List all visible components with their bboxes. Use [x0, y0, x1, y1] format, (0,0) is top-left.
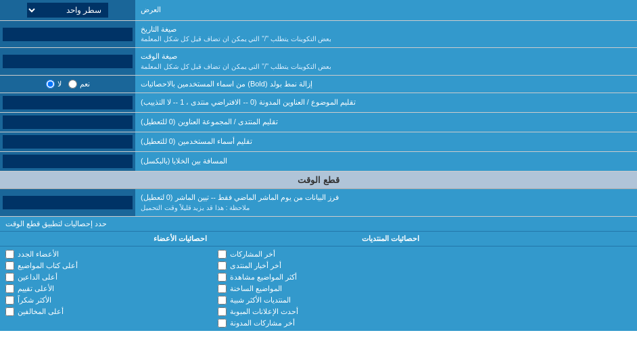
checkbox-popular-forums[interactable] [218, 296, 227, 305]
bold-remove-row: إزالة نمط بولد (Bold) من اسماء المستخدمي… [0, 76, 637, 93]
cell-gap-input[interactable]: 2 [3, 155, 133, 168]
list-item: أحدث الإعلانات المبوبة [218, 306, 419, 317]
list-item: المنتديات الأكثر شبية [218, 294, 419, 306]
realtime-row: فرز البيانات من يوم الماشر الماضي فقط --… [0, 189, 637, 216]
header-dropdown-cell: سطر واحد [0, 0, 135, 20]
header-row: العرض سطر واحد [0, 0, 637, 21]
checkbox-hot-topics[interactable] [218, 284, 227, 293]
date-format-input[interactable]: d-m [3, 28, 133, 41]
list-item: أكثر المواضيع مشاهدة [218, 271, 419, 283]
username-trim-row: تقليم أسماء المستخدمين (0 للتعطيل) 0 [0, 132, 637, 152]
checkbox-highest-rated[interactable] [5, 284, 14, 293]
topic-trim-input-cell: 33 [0, 93, 135, 112]
checkbox-col2: أخر المشاركات أخر أخبار المنتدى أكثر الم… [212, 246, 425, 331]
list-item: الأعضاء الجدد [5, 249, 207, 260]
date-format-input-cell: d-m [0, 21, 135, 47]
forum-trim-row: تقليم المنتدى / المجموعة العناوين (0 للت… [0, 113, 637, 132]
checkbox-most-thanked[interactable] [5, 296, 14, 305]
topic-trim-input[interactable]: 33 [3, 96, 133, 109]
bold-remove-radio-cell: نعم لا [0, 76, 135, 93]
checkbox-headers: احصائيات المنتديات احصائيات الأعضاء [0, 232, 637, 246]
time-format-input-cell: H:i [0, 48, 135, 74]
checkbox-new-members[interactable] [5, 250, 14, 259]
header-dropdown[interactable]: سطر واحد [27, 3, 108, 18]
col2-header: احصائيات المنتديات [212, 232, 425, 246]
col1-header: احصائيات الأعضاء [0, 232, 212, 246]
checkbox-blog-posts[interactable] [218, 319, 227, 328]
list-item: المواضيع الساخنة [218, 283, 419, 294]
checkboxes-section: حدد إحصاليات لتطبيق قطع الوقت احصائيات ا… [0, 217, 637, 331]
checkbox-top-violators[interactable] [5, 307, 14, 316]
topic-trim-label: تقليم الموضوع / العناوين المدونة (0 -- ا… [135, 93, 637, 112]
date-format-row: صيغة التاريخ بعض التكوينات يتطلب "/" الت… [0, 21, 637, 48]
checkbox-body: أخر المشاركات أخر أخبار المنتدى أكثر الم… [0, 246, 637, 331]
list-item: أعلى المخالفين [5, 306, 207, 317]
time-format-label: صيغة الوقت بعض التكوينات يتطلب "/" التي … [135, 48, 637, 74]
list-item: أخر أخبار المنتدى [218, 260, 419, 271]
forum-trim-label: تقليم المنتدى / المجموعة العناوين (0 للت… [135, 113, 637, 132]
cell-gap-row: المسافة بين الخلايا (بالبكسل) 2 [0, 152, 637, 172]
realtime-label: فرز البيانات من يوم الماشر الماضي فقط --… [135, 189, 637, 215]
checkbox-top-topic-writers[interactable] [5, 261, 14, 270]
radio-no-input[interactable] [46, 80, 55, 88]
username-trim-input[interactable]: 0 [3, 135, 133, 149]
header-title: العرض [135, 0, 637, 20]
checkbox-col3 [425, 246, 637, 331]
list-item: الأكثر شكراً [5, 294, 207, 306]
realtime-section-header: قطع الوقت [0, 172, 637, 189]
time-format-row: صيغة الوقت بعض التكوينات يتطلب "/" التي … [0, 48, 637, 75]
forum-trim-input[interactable]: 33 [3, 115, 133, 129]
realtime-input-cell: 0 [0, 189, 135, 215]
limit-row: حدد إحصاليات لتطبيق قطع الوقت [0, 217, 637, 232]
list-item: أخر المشاركات [218, 249, 419, 260]
forum-trim-input-cell: 33 [0, 113, 135, 132]
cell-gap-input-cell: 2 [0, 152, 135, 171]
bold-remove-label: إزالة نمط بولد (Bold) من اسماء المستخدمي… [135, 76, 637, 93]
radio-yes: نعم [68, 80, 90, 88]
list-item: أعلى الداعين [5, 271, 207, 283]
cell-gap-label: المسافة بين الخلايا (بالبكسل) [135, 152, 637, 171]
checkbox-top-inviters[interactable] [5, 273, 14, 282]
realtime-input[interactable]: 0 [3, 196, 133, 209]
username-trim-label: تقليم أسماء المستخدمين (0 للتعطيل) [135, 132, 637, 151]
topic-trim-row: تقليم الموضوع / العناوين المدونة (0 -- ا… [0, 93, 637, 113]
radio-yes-input[interactable] [68, 80, 77, 88]
date-format-label: صيغة التاريخ بعض التكوينات يتطلب "/" الت… [135, 21, 637, 47]
checkbox-col1: الأعضاء الجدد أعلى كتاب المواضيع أعلى ال… [0, 246, 212, 331]
list-item: أعلى كتاب المواضيع [5, 260, 207, 271]
checkbox-most-viewed[interactable] [218, 273, 227, 282]
list-item: الأعلى تقييم [5, 283, 207, 294]
checkbox-last-news[interactable] [218, 261, 227, 270]
checkbox-latest-classifieds[interactable] [218, 307, 227, 316]
col3-header [425, 232, 637, 246]
username-trim-input-cell: 0 [0, 132, 135, 151]
checkbox-last-posts[interactable] [218, 250, 227, 259]
list-item: أخر مشاركات المدونة [218, 317, 419, 329]
radio-no: لا [46, 80, 62, 88]
main-container: العرض سطر واحد صيغة التاريخ بعض التكوينا… [0, 0, 637, 331]
time-format-input[interactable]: H:i [3, 55, 133, 68]
